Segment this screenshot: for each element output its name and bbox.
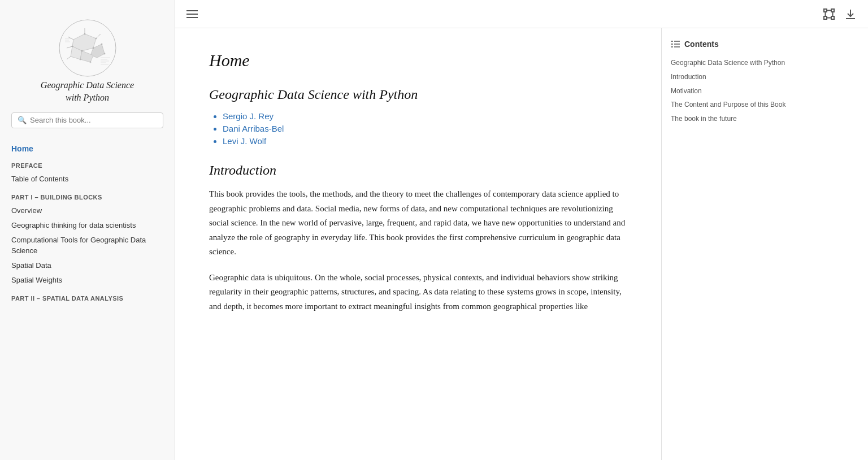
main-content: Home Geographic Data Science with Python… xyxy=(175,28,661,460)
book-logo xyxy=(57,17,119,79)
sidebar-item-overview[interactable]: Overview xyxy=(11,204,163,218)
svg-point-14 xyxy=(81,50,83,52)
sidebar-logo-area: Geographic Data Sciencewith Python 🔍 xyxy=(0,11,175,144)
toc-item-1[interactable]: Introduction xyxy=(671,71,788,84)
topbar-left xyxy=(186,10,198,18)
sidebar-nav: Home PREFACE Table of Contents PART I – … xyxy=(0,144,175,305)
sidebar-section-part2: PART II – SPATIAL DATA ANALYSIS xyxy=(11,295,163,302)
toc-header: Contents xyxy=(671,40,788,49)
author-list: Sergio J. Rey Dani Arribas-Bel Levi J. W… xyxy=(209,111,627,146)
sidebar-book-title: Geographic Data Sciencewith Python xyxy=(41,79,134,105)
sidebar-item-geo-thinking[interactable]: Geographic thinking for data scientists xyxy=(11,219,163,232)
content-area: Home Geographic Data Science with Python… xyxy=(175,28,868,460)
svg-line-6 xyxy=(96,34,101,38)
toc-item-0[interactable]: Geographic Data Science with Python xyxy=(671,57,788,70)
author-1[interactable]: Sergio J. Rey xyxy=(223,111,627,121)
sidebar-item-comp-tools[interactable]: Computational Tools for Geographic Data … xyxy=(11,233,163,257)
hamburger-button[interactable] xyxy=(186,10,198,18)
toc-item-4[interactable]: The book in the future xyxy=(671,112,788,125)
svg-rect-28 xyxy=(831,9,834,12)
author-3[interactable]: Levi J. Wolf xyxy=(223,136,627,146)
intro-paragraph-2: Geographic data is ubiquitous. On the wh… xyxy=(209,271,627,314)
svg-point-18 xyxy=(103,53,105,55)
toc-item-2[interactable]: Motivation xyxy=(671,85,788,98)
download-icon[interactable] xyxy=(844,8,857,20)
svg-line-8 xyxy=(67,46,72,48)
sidebar-section-preface: PREFACE xyxy=(11,162,163,169)
sidebar-item-home[interactable]: Home xyxy=(11,144,163,153)
toc-list-icon xyxy=(671,40,680,49)
svg-point-13 xyxy=(101,44,102,45)
topbar xyxy=(175,0,868,28)
book-heading: Geographic Data Science with Python xyxy=(209,87,627,102)
svg-rect-29 xyxy=(824,16,827,19)
author-2[interactable]: Dani Arribas-Bel xyxy=(223,124,627,133)
svg-rect-27 xyxy=(824,9,827,12)
svg-point-15 xyxy=(71,46,73,47)
search-icon: 🔍 xyxy=(18,116,27,125)
right-toc: Contents Geographic Data Science with Py… xyxy=(661,28,797,460)
toc-header-label: Contents xyxy=(684,40,719,49)
svg-point-16 xyxy=(79,59,81,60)
sidebar: Geographic Data Sciencewith Python 🔍 Hom… xyxy=(0,0,175,460)
search-box[interactable]: 🔍 xyxy=(11,112,163,128)
svg-point-10 xyxy=(84,33,85,35)
intro-paragraph-1: This book provides the tools, the method… xyxy=(209,187,627,259)
introduction-heading: Introduction xyxy=(209,163,627,178)
topbar-right xyxy=(823,8,857,20)
page-title: Home xyxy=(209,51,627,70)
sidebar-item-toc[interactable]: Table of Contents xyxy=(11,172,163,186)
sidebar-section-part1: PART I – BUILDING BLOCKS xyxy=(11,194,163,201)
svg-point-12 xyxy=(92,47,94,49)
svg-rect-30 xyxy=(831,16,834,19)
toc-item-3[interactable]: The Content and Purpose of this Book xyxy=(671,98,788,111)
sidebar-item-spatial-weights[interactable]: Spatial Weights xyxy=(11,274,163,287)
svg-point-11 xyxy=(95,38,97,40)
svg-line-9 xyxy=(67,57,71,59)
sidebar-item-spatial-data[interactable]: Spatial Data xyxy=(11,259,163,272)
svg-point-17 xyxy=(89,62,91,63)
svg-line-7 xyxy=(68,37,73,40)
fullscreen-icon[interactable] xyxy=(823,8,835,20)
search-input[interactable] xyxy=(30,116,157,124)
